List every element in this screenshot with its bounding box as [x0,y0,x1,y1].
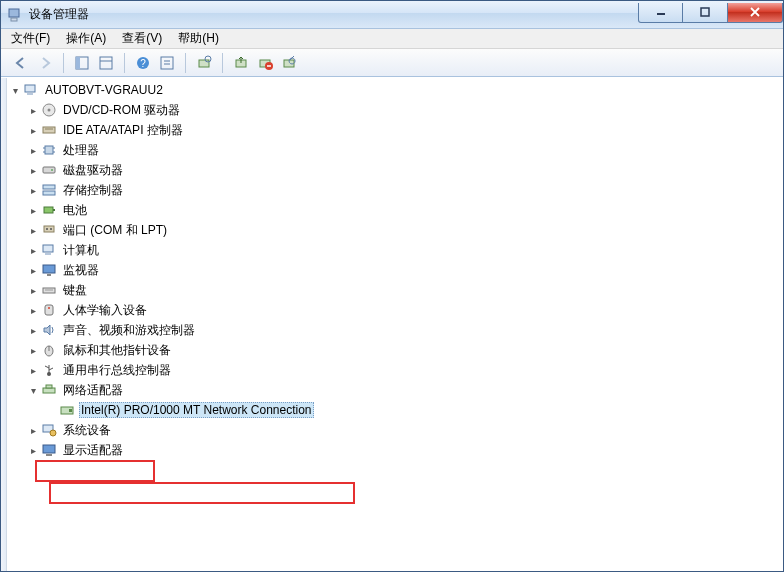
expander-icon[interactable]: ▸ [25,122,41,138]
back-button[interactable] [10,52,32,74]
tree-item-label: 人体学输入设备 [61,301,149,320]
svg-rect-6 [100,57,112,69]
svg-rect-36 [53,209,55,211]
expander-icon[interactable]: ▾ [7,82,23,98]
battery-icon [41,202,57,218]
properties-button[interactable] [95,52,117,74]
svg-point-32 [51,169,53,171]
mouse-icon [41,342,57,358]
tree-item[interactable]: ▸ 监视器 [7,260,783,280]
tree-item[interactable]: ▸ 显示适配器 [7,440,783,460]
expander-icon[interactable]: ▸ [25,322,41,338]
action-button[interactable] [156,52,178,74]
svg-rect-33 [43,185,55,189]
tree-item-label: 网络适配器 [61,381,125,400]
menubar: 文件(F) 操作(A) 查看(V) 帮助(H) [1,29,783,49]
cpu-icon [41,142,57,158]
storage-icon [41,182,57,198]
expander-icon[interactable]: ▸ [25,442,41,458]
tree-item[interactable]: ▸ 计算机 [7,240,783,260]
tree-item[interactable]: ▸ 端口 (COM 和 LPT) [7,220,783,240]
expander-icon[interactable]: ▸ [25,162,41,178]
svg-rect-21 [27,93,33,95]
maximize-button[interactable] [683,3,728,23]
menu-view[interactable]: 查看(V) [114,28,170,49]
svg-rect-5 [76,57,80,69]
tree-item-label: 系统设备 [61,421,113,440]
svg-point-59 [50,430,56,436]
expander-icon[interactable]: ▸ [25,202,41,218]
expander-icon[interactable]: ▸ [25,422,41,438]
menu-help[interactable]: 帮助(H) [170,28,227,49]
toolbar-separator [124,53,125,73]
tree-item-label: 存储控制器 [61,181,125,200]
keyboard-icon [41,282,57,298]
tree-item[interactable]: ▸ 键盘 [7,280,783,300]
tree-item-label: 声音、视频和游戏控制器 [61,321,197,340]
svg-line-53 [49,368,53,370]
toolbar-separator [63,53,64,73]
tree-item-label: 鼠标和其他指针设备 [61,341,173,360]
close-button[interactable] [728,3,783,23]
expander-icon[interactable]: ▸ [25,102,41,118]
svg-rect-46 [45,305,53,315]
svg-point-23 [48,109,51,112]
forward-button[interactable] [34,52,56,74]
tree-item-network[interactable]: ▾ 网络适配器 [7,380,783,400]
minimize-button[interactable] [638,3,683,23]
update-driver-button[interactable] [230,52,252,74]
disable-button[interactable] [278,52,300,74]
toolbar-separator [222,53,223,73]
device-tree[interactable]: ▾ AUTOBVT-VGRAUU2 ▸ DVD/CD-ROM 驱动器 ▸ IDE… [7,78,783,571]
svg-point-39 [50,228,52,230]
expander-icon[interactable]: ▸ [25,262,41,278]
tree-item-label: 端口 (COM 和 LPT) [61,221,169,240]
expander-icon[interactable]: ▸ [25,342,41,358]
tree-item[interactable]: ▸ IDE ATA/ATAPI 控制器 [7,120,783,140]
expander-icon[interactable]: ▸ [25,362,41,378]
svg-rect-10 [161,57,173,69]
ide-icon [41,122,57,138]
computer-icon [41,242,57,258]
tree-item[interactable]: ▸ 处理器 [7,140,783,160]
tree-item[interactable]: ▸ 人体学输入设备 [7,300,783,320]
tree-item[interactable]: ▸ DVD/CD-ROM 驱动器 [7,100,783,120]
help-button[interactable]: ? [132,52,154,74]
show-hide-tree-button[interactable] [71,52,93,74]
disc-icon [41,102,57,118]
tree-root[interactable]: ▾ AUTOBVT-VGRAUU2 [7,80,783,100]
expander-icon[interactable]: ▸ [25,222,41,238]
svg-rect-54 [43,388,55,393]
expander-icon[interactable]: ▸ [25,142,41,158]
svg-rect-13 [199,60,209,67]
tree-item-label: 通用串行总线控制器 [61,361,173,380]
window-buttons [638,3,783,23]
menu-action[interactable]: 操作(A) [58,28,114,49]
uninstall-button[interactable] [254,52,276,74]
svg-rect-0 [9,9,19,17]
svg-rect-24 [43,127,55,133]
expander-icon[interactable]: ▸ [25,182,41,198]
svg-rect-20 [25,85,35,92]
svg-rect-31 [43,167,55,173]
tree-item[interactable]: ▸ 磁盘驱动器 [7,160,783,180]
expander-icon[interactable]: ▸ [25,302,41,318]
expander-icon[interactable]: ▾ [25,382,41,398]
tree-item[interactable]: ▸ 通用串行总线控制器 [7,360,783,380]
scan-hardware-button[interactable] [193,52,215,74]
tree-item[interactable]: ▸ 鼠标和其他指针设备 [7,340,783,360]
expander-icon[interactable]: ▸ [25,282,41,298]
svg-rect-34 [43,191,55,195]
expander-icon[interactable]: ▸ [25,242,41,258]
menu-file[interactable]: 文件(F) [3,28,58,49]
tree-item[interactable]: ▸ 电池 [7,200,783,220]
tree-item[interactable]: ▸ 存储控制器 [7,180,783,200]
tree-item[interactable]: ▸ 系统设备 [7,420,783,440]
svg-rect-42 [43,265,55,273]
svg-rect-55 [46,385,52,388]
tree-item-network-adapter[interactable]: Intel(R) PRO/1000 MT Network Connection [7,400,783,420]
hid-icon [41,302,57,318]
computer-icon [23,82,39,98]
tree-item[interactable]: ▸ 声音、视频和游戏控制器 [7,320,783,340]
tree-item-label: 计算机 [61,241,101,260]
